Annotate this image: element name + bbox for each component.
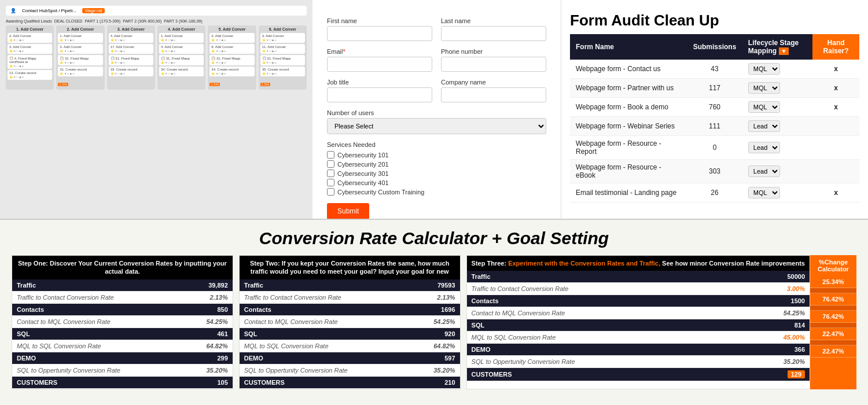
service-checkbox-2[interactable] <box>327 170 334 177</box>
lifecycle-cell[interactable]: MQL Lead <box>742 98 812 117</box>
kanban-card[interactable]: 3. Add Conver ⭐ ✦ □ ■ ∞ <box>58 44 102 54</box>
card-title: 1. Add Conver <box>60 34 101 38</box>
calc-value: 35.20% <box>433 367 455 374</box>
kanban-card[interactable]: 3. Add Conver ⭐ ✦ □ ■ ∞ <box>8 44 52 54</box>
lifecycle-select-1[interactable]: MQL Lead <box>748 82 780 94</box>
card-title: 17. Add Conver <box>111 45 152 49</box>
card-actions: ⭐ ✦ □ ■ ∞ <box>262 38 303 42</box>
service-item-2: Cybersecurity 301 <box>327 170 546 177</box>
phone-input[interactable] <box>441 57 546 72</box>
card-title: 4. Add Conver <box>111 34 152 38</box>
kanban-card[interactable]: 📋 4. Fixed Mapp conf/fixed ai ⭐ ✦ □ ■ ∞ <box>8 55 52 69</box>
kanban-card[interactable]: 17. Add Conver ⭐ ✦ □ ■ ∞ <box>109 44 153 54</box>
lifecycle-select-4[interactable]: MQL Lead <box>748 142 780 153</box>
col-6-badge: 1.5% <box>260 83 271 86</box>
lifecycle-cell[interactable]: MQL Lead <box>742 117 812 136</box>
kanban-col-6: 6. Add Conver 3. Add Conver ⭐ ✦ □ ■ ∞ 11… <box>259 25 307 90</box>
kanban-card[interactable]: 1. Add Conver ⭐ ✦ □ ■ ∞ <box>159 33 204 43</box>
kanban-card[interactable]: 4. Add Conver ⭐ ✦ □ ■ ∞ <box>109 33 153 43</box>
calc-label: Traffic <box>472 273 783 280</box>
calculator-title: Conversion Rate Calculator + Goal Settin… <box>12 229 856 248</box>
kanban-card[interactable]: 3. Add Conver ⭐ ✦ □ ■ ∞ <box>209 33 254 43</box>
lifecycle-cell[interactable]: MQL Lead <box>742 136 812 160</box>
kanban-card[interactable]: 8. Add Conver ⭐ ✦ □ ■ ∞ <box>209 44 254 54</box>
kanban-card[interactable]: 33. Create record ⭐ ✦ □ ■ ∞ <box>109 67 153 76</box>
last-name-input[interactable] <box>441 26 546 41</box>
kanban-card[interactable]: 2. Add Conver ⭐ ✦ □ ■ ∞ <box>8 33 52 43</box>
col-2-badge: 1.5% <box>58 83 68 86</box>
lifecycle-cell[interactable]: MQL Lead <box>742 60 812 79</box>
audit-title: Form Audit Clean Up <box>570 12 859 30</box>
kanban-card[interactable]: 34. Create record ⭐ ✦ □ ■ ∞ <box>159 67 204 76</box>
card-title: 34. Create record <box>211 68 252 71</box>
pct-row-item <box>810 305 856 311</box>
card-title: 31. Create record <box>60 68 101 71</box>
hand-raiser-cell <box>812 117 859 136</box>
form-name-cell: Webpage form - Webinar Series <box>570 117 687 136</box>
lifecycle-select-5[interactable]: MQL Lead <box>748 165 780 177</box>
job-title-label: Job title <box>327 79 432 86</box>
lifecycle-cell[interactable]: MQL Lead <box>742 79 812 98</box>
card-title: 📋 31. Fixed Mapp <box>161 56 202 60</box>
kanban-card[interactable]: 📋 31. Fixed Mapp ⭐ ✦ □ ■ ∞ <box>209 55 254 65</box>
calc-value: 1696 <box>441 306 455 313</box>
calc-label: MQL to SQL Conversion Rate <box>244 343 429 349</box>
calc-row: CUSTOMERS105 <box>12 377 233 389</box>
service-checkbox-1[interactable] <box>327 160 334 168</box>
submissions-cell: 760 <box>687 98 742 117</box>
kanban-card[interactable]: 34. Create record ⭐ ✦ □ ■ ∞ <box>209 67 254 76</box>
email-input[interactable] <box>327 57 432 72</box>
kanban-card[interactable]: 3. Add Conver ⭐ ✦ □ ■ ∞ <box>260 33 305 43</box>
kanban-card[interactable]: 31. Create record ⭐ ✦ □ ■ ∞ <box>58 67 102 76</box>
lifecycle-cell[interactable]: MQL Lead <box>742 183 812 203</box>
calc-row: SQL920 <box>240 328 460 340</box>
company-input[interactable] <box>441 87 546 102</box>
lifecycle-select-0[interactable]: MQL Lead <box>748 63 780 75</box>
calc-row: Contacts1500 <box>467 295 810 307</box>
step3-col: Step Three: Experiment with the Conversi… <box>466 255 810 389</box>
kanban-card[interactable]: 📋 31. Fixed Mapp ⭐ ✦ □ ■ ∞ <box>159 55 204 65</box>
calc-label: DEMO <box>17 355 212 362</box>
kanban-card[interactable]: 1. Add Conver ⭐ ✦ □ ■ ∞ <box>58 33 102 43</box>
submit-button[interactable]: Submit <box>327 203 369 219</box>
pct-change-col: %Change Calculator 25.34%76.42%76.42%22.… <box>810 255 856 389</box>
kanban-top-bar: 👤 Contact HubSpot / Pipeli... Stage roll <box>6 6 307 16</box>
num-users-select[interactable]: Please Select <box>327 118 546 134</box>
service-item-3: Cybersecurity 401 <box>327 179 546 186</box>
stage-roll-button[interactable]: Stage roll <box>82 8 105 13</box>
pct-row-item <box>810 288 856 293</box>
first-name-input[interactable] <box>327 26 432 41</box>
kanban-card[interactable]: 📋 31. Fixed Mapp ⭐ ✦ □ ■ ∞ <box>109 55 153 65</box>
card-actions: ⭐ ✦ □ ■ ∞ <box>111 72 152 75</box>
kanban-card[interactable]: 13. Create record ⭐ ✦ □ ■ ∞ <box>8 70 52 80</box>
lifecycle-select-2[interactable]: MQL Lead <box>748 101 780 113</box>
filter-label-3: PART 2 (30R-900,99) <box>123 19 161 23</box>
calc-row: SQL814 <box>467 319 810 332</box>
calc-label: Traffic to Contact Conversion Rate <box>244 294 433 301</box>
kanban-card[interactable]: 📋 31. Fixed Mapp ⭐ ✦ □ ■ ∞ <box>260 55 305 65</box>
kanban-card[interactable]: 35. Create record ⭐ ✦ □ ■ ∞ <box>260 67 305 76</box>
kanban-card[interactable]: 4. Add Conver ⭐ ✦ □ ■ ∞ <box>159 44 204 54</box>
kanban-card[interactable]: 11. Add Conver ⭐ ✦ □ ■ ∞ <box>260 44 305 54</box>
card-actions: ⭐ ✦ □ ■ ∞ <box>60 38 101 42</box>
job-title-input[interactable] <box>327 87 432 102</box>
calc-value: 54.25% <box>784 310 805 316</box>
card-title: 8. Add Conver <box>211 45 252 49</box>
service-item-0: Cybersecurity 101 <box>327 151 546 159</box>
email-row: Email* Phone number <box>327 48 546 72</box>
service-checkbox-0[interactable] <box>327 151 334 159</box>
lifecycle-select-3[interactable]: MQL Lead <box>748 120 780 132</box>
step3-header-plain2: See how minor Conversion Rate improvemen… <box>660 260 805 267</box>
card-title: 3. Add Conver <box>262 34 303 38</box>
calc-value: 210 <box>444 379 455 386</box>
audit-table-row: Webpage form - Resource - Report 0 MQL L… <box>570 136 859 160</box>
calc-row: Contact to MQL Conversion Rate54.25% <box>467 307 810 319</box>
lifecycle-select-6[interactable]: MQL Lead <box>748 187 780 198</box>
audit-table-row: Webpage form - Resource - eBook 303 MQL … <box>570 160 859 183</box>
lifecycle-cell[interactable]: MQL Lead <box>742 160 812 183</box>
kanban-card[interactable]: 📋 31. Fixed Mapp ⭐ ✦ □ ■ ∞ <box>58 55 102 65</box>
card-actions: ⭐ ✦ □ ■ ∞ <box>211 61 252 64</box>
service-checkbox-3[interactable] <box>327 179 334 186</box>
service-checkbox-4[interactable] <box>327 188 334 196</box>
service-label-1: Cybersecurity 201 <box>337 161 389 168</box>
